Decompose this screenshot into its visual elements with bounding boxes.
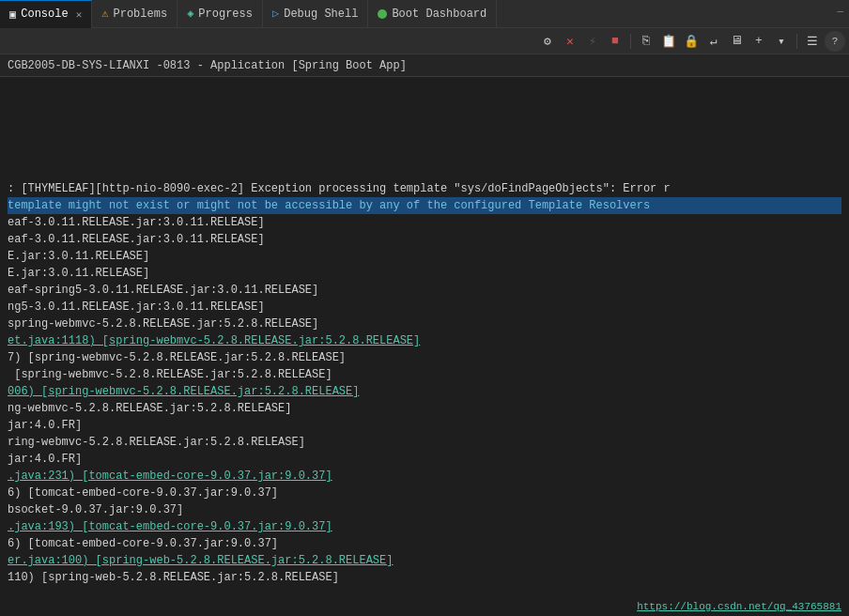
console-line: template might not exist or might not be… (8, 197, 841, 214)
problems-icon: ⚠ (101, 7, 108, 21)
console-line[interactable]: .java:193) [tomcat-embed-core-9.0.37.jar… (8, 518, 841, 535)
debug-icon: ▷ (272, 7, 279, 21)
tab-progress-label: Progress (198, 8, 253, 21)
console-empty-space (8, 83, 841, 130)
bottom-csdn-link[interactable]: https://blog.csdn.net/qq_43765881 (637, 601, 841, 612)
toolbar-stop-btn[interactable]: ■ (605, 31, 625, 52)
console-line[interactable]: et.java:1118) [spring-webmvc-5.2.8.RELEA… (8, 332, 841, 349)
toolbar-new-console-btn[interactable]: + (749, 31, 769, 52)
console-line: bsocket-9.0.37.jar:9.0.37] (8, 501, 841, 518)
console-line[interactable]: 006) [spring-webmvc-5.2.8.RELEASE.jar:5.… (8, 383, 841, 400)
console-line (8, 146, 841, 163)
console-line (8, 130, 841, 146)
console-line: : [THYMELEAF][http-nio-8090-exec-2] Exce… (8, 180, 841, 197)
tab-debug-label: Debug Shell (284, 8, 358, 21)
console-output[interactable]: : [THYMELEAF][http-nio-8090-exec-2] Exce… (0, 77, 849, 616)
tab-console-label: Console (21, 8, 68, 21)
console-line: ring-webmvc-5.2.8.RELEASE.jar:5.2.8.RELE… (8, 434, 841, 451)
boot-icon (378, 9, 387, 19)
toolbar-help-btn[interactable]: ? (825, 31, 845, 52)
toolbar-terminate-btn[interactable]: ✕ (560, 31, 580, 52)
tab-problems-label: Problems (114, 8, 168, 21)
window-minimize[interactable]: — (837, 6, 843, 17)
tab-problems[interactable]: ⚠ Problems (92, 0, 178, 28)
toolbar-menu-btn[interactable]: ☰ (802, 31, 823, 52)
tab-bar: ▣ Console ✕ ⚠ Problems ◈ Progress ▷ Debu… (0, 0, 849, 28)
console-line: 6) [tomcat-embed-core-9.0.37.jar:9.0.37] (8, 535, 841, 552)
console-line: ng5-3.0.11.RELEASE.jar:3.0.11.RELEASE] (8, 299, 841, 316)
toolbar-pin-btn[interactable]: ▾ (771, 31, 792, 52)
tab-progress[interactable]: ◈ Progress (178, 0, 263, 28)
toolbar-scroll-lock-btn[interactable]: 🔒 (681, 31, 702, 52)
console-line: 110) [spring-web-5.2.8.RELEASE.jar:5.2.8… (8, 569, 841, 586)
console-line: [spring-webmvc-5.2.8.RELEASE.jar:5.2.8.R… (8, 366, 841, 383)
tab-console[interactable]: ▣ Console ✕ (0, 0, 92, 28)
toolbar-settings-btn[interactable]: ⚙ (537, 31, 558, 52)
app-title-text: CGB2005-DB-SYS-LIANXI -0813 - Applicatio… (8, 59, 407, 72)
console-line: eaf-3.0.11.RELEASE.jar:3.0.11.RELEASE] (8, 214, 841, 231)
console-line: 6) [tomcat-embed-core-9.0.37.jar:9.0.37] (8, 485, 841, 501)
console-line: eaf-3.0.11.RELEASE.jar:3.0.11.RELEASE] (8, 231, 841, 248)
app-title-bar: CGB2005-DB-SYS-LIANXI -0813 - Applicatio… (0, 54, 849, 77)
console-line[interactable]: .java:231) [tomcat-embed-core-9.0.37.jar… (8, 468, 841, 485)
toolbar: ⚙ ✕ ⚡ ■ ⎘ 📋 🔒 ↵ 🖥 + ▾ ☰ ? (0, 28, 849, 54)
console-line (8, 163, 841, 180)
toolbar-paste-btn[interactable]: 📋 (658, 31, 679, 52)
console-line: ng-webmvc-5.2.8.RELEASE.jar:5.2.8.RELEAS… (8, 400, 841, 417)
toolbar-word-wrap-btn[interactable]: ↵ (703, 31, 724, 52)
console-line: eaf-spring5-3.0.11.RELEASE.jar:3.0.11.RE… (8, 282, 841, 299)
tab-boot-dashboard[interactable]: Boot Dashboard (368, 0, 497, 28)
toolbar-copy-btn[interactable]: ⎘ (636, 31, 656, 52)
toolbar-disconnect-btn[interactable]: ⚡ (582, 31, 603, 52)
tab-boot-label: Boot Dashboard (392, 8, 486, 21)
console-line: 7) [spring-webmvc-5.2.8.RELEASE.jar:5.2.… (8, 349, 841, 366)
toolbar-sep1 (630, 34, 631, 49)
console-line[interactable]: er.java:100) [spring-web-5.2.8.RELEASE.j… (8, 552, 841, 569)
console-line: jar:4.0.FR] (8, 451, 841, 468)
toolbar-monitor-btn[interactable]: 🖥 (726, 31, 747, 52)
tab-debug-shell[interactable]: ▷ Debug Shell (263, 0, 368, 28)
console-lines: : [THYMELEAF][http-nio-8090-exec-2] Exce… (8, 130, 841, 586)
console-line: E.jar:3.0.11.RELEASE] (8, 265, 841, 282)
progress-icon: ◈ (187, 7, 193, 21)
console-line: jar:4.0.FR] (8, 417, 841, 434)
console-line: E.jar:3.0.11.RELEASE] (8, 248, 841, 265)
tab-console-close[interactable]: ✕ (76, 8, 83, 21)
console-line: spring-webmvc-5.2.8.RELEASE.jar:5.2.8.RE… (8, 316, 841, 332)
toolbar-sep2 (796, 34, 797, 49)
console-icon: ▣ (9, 8, 16, 22)
